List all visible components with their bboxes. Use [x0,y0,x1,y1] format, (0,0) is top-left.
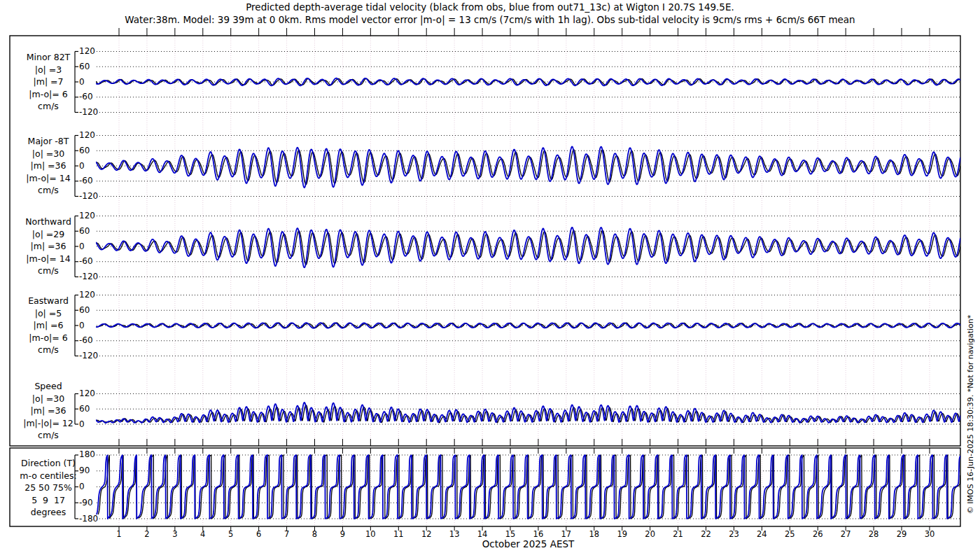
day-label: 10 [358,529,382,539]
day-label: 8 [303,529,327,539]
day-label: 1 [107,529,131,539]
obs-series-northward [96,230,960,265]
day-label: 29 [890,529,913,539]
day-label: 17 [554,529,578,539]
panel-label-minor: Minor 82T |o| =3 |m| =7 |m-o|= 6 cm/s [6,51,91,113]
day-label: 5 [219,529,243,539]
panel-label-direction: Direction (T) m-o centiles: 25 50 75% 5 … [6,457,91,519]
day-label: 2 [135,529,159,539]
day-label: 6 [247,529,271,539]
panel-label-speed: Speed |o| =30 |m| =36 |m|-|o|= 12 cm/s [6,380,91,442]
x-axis-label: October 2025 AEST [96,538,960,550]
figure: Predicted depth-average tidal velocity (… [0,0,980,560]
day-label: 16 [526,529,550,539]
day-label: 21 [666,529,690,539]
day-label: 4 [191,529,215,539]
day-label: 18 [582,529,606,539]
plot-canvas [0,0,980,560]
day-label: 3 [163,529,187,539]
panel-label-northward: Northward |o| =29 |m| =36 |m-o|= 14 cm/s [6,216,91,277]
day-label: 30 [918,529,941,539]
day-label: 19 [610,529,634,539]
day-label: 11 [386,529,410,539]
day-label: 25 [778,529,802,539]
panel-label-eastward: Eastward |o| =5 |m| =6 |m-o|= 6 cm/s [6,295,91,356]
imos-watermark: © IMOS 16-Jun-2025 18:30:39. *Not for na… [966,315,975,514]
day-label: 28 [862,529,886,539]
day-label: 27 [834,529,858,539]
day-label: 15 [498,529,522,539]
day-label: 13 [442,529,466,539]
day-label: 20 [638,529,662,539]
day-label: 9 [330,529,354,539]
obs-series-major [96,150,960,185]
day-label: 12 [414,529,438,539]
day-label: 24 [750,529,774,539]
day-label: 22 [694,529,718,539]
day-label: 7 [275,529,299,539]
day-label: 23 [722,529,746,539]
day-label: 26 [806,529,830,539]
panel-label-major: Major -8T |o| =30 |m| =36 |m-o|= 14 cm/s [6,135,91,197]
day-label: 14 [470,529,494,539]
